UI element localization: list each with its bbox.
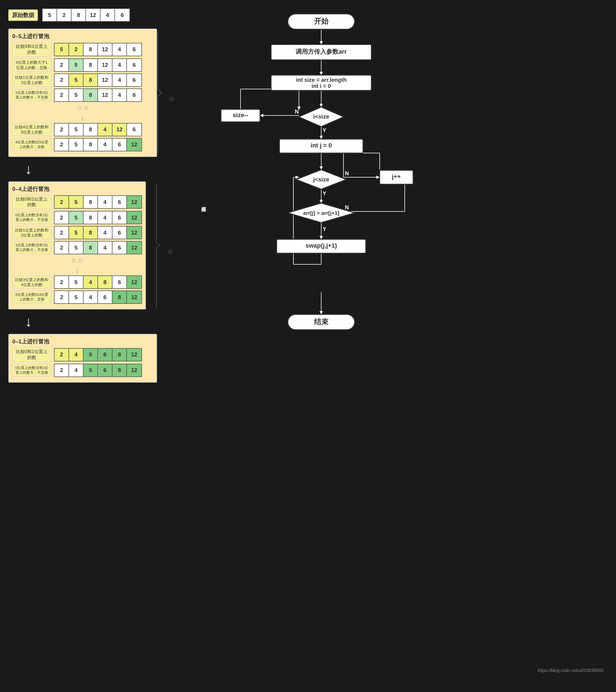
step-row: 0位置上的数没有1位置上的数大，不交换 2 5 8 4 6 12 (12, 211, 142, 224)
section-0-5: 0–5上进行冒泡 比较0和1位置上的数 5 2 8 12 4 6 0位置上的数 (8, 29, 157, 157)
svg-marker-41 (320, 311, 323, 315)
cell: 2 (55, 291, 69, 303)
cell: 5 (69, 196, 84, 208)
section-0-5-wrapper: 0–5上进行冒泡 比较0和1位置上的数 5 2 8 12 4 6 0位置上的数 (8, 29, 157, 157)
step-label: 0位置上的数没有1位置上的数大，不交换 (12, 364, 51, 376)
cell: 8 (84, 196, 98, 208)
cell: 2 (55, 74, 69, 86)
main-container: 原始数据 5 2 8 12 4 6 0–5上进行冒泡 比较0和1位置上的数 5 … (0, 0, 616, 686)
step-row: 比较1位置上的数和2位置上的数 2 5 8 4 6 12 (12, 226, 142, 239)
cell-2: 8 (71, 9, 86, 21)
cell: 8 (84, 89, 98, 101)
cell: 8 (84, 74, 98, 86)
cell: 4 (84, 276, 98, 288)
step-label: 0位置上的数没有1位置上的数大，不交换 (12, 212, 51, 224)
svg-text:调用方传入参数arr: 调用方传入参数arr (296, 48, 347, 55)
step-label: 比较1位置上的数和2位置上的数 (12, 226, 51, 239)
cell: 6 (112, 276, 127, 288)
section-arrow: ↓ (25, 161, 157, 177)
cell: 12 (127, 276, 142, 288)
section-0-1-title: 0–1上进行冒泡 (12, 338, 153, 345)
original-label: 原始数据 (8, 9, 38, 21)
cell: 6 (112, 226, 127, 239)
step-label: 比较0和1位置上的数 (12, 195, 51, 210)
cell-1: 2 (57, 9, 71, 21)
cell: 12 (127, 196, 142, 208)
section-0-1: 0–1上进行冒泡 比较0和1位置上的数 2 4 5 6 8 12 0位置上的数没… (8, 334, 157, 383)
cell: 5 (69, 138, 84, 151)
svg-text:N: N (345, 204, 349, 210)
cell: 8 (84, 226, 98, 239)
svg-marker-22 (376, 176, 380, 179)
cell: 2 (55, 196, 69, 208)
step-row: 1位置上的数没有2位置上的数大，不交换 2 5 8 12 4 6 (12, 88, 153, 102)
flowchart-svg: Y N Y N (196, 8, 446, 676)
cell: 2 (69, 43, 84, 56)
svg-text:swap(j,j+1): swap(j,j+1) (305, 242, 337, 249)
cell: 6 (127, 59, 142, 71)
cell: 4 (112, 59, 127, 71)
cell: 5 (69, 212, 84, 224)
cell: 4 (98, 138, 112, 151)
ellipsis-arrow2: ↓ (12, 113, 153, 122)
array: 2 5 8 4 6 12 (54, 195, 142, 209)
cell: 2 (55, 349, 69, 361)
step-label: 1位置上的数没有2位置上的数大，不交换 (12, 89, 51, 101)
cell: 8 (112, 291, 127, 303)
cell: 6 (98, 364, 112, 376)
bottom-arrow: ↓ (25, 313, 157, 330)
step-row: 比较4位置上的数和5位置上的数 2 5 8 4 12 6 (12, 123, 153, 136)
step-label: 比较1位置上的数和2位置上的数 (12, 73, 51, 86)
svg-text:Y: Y (323, 127, 326, 133)
array: 5 2 8 12 4 6 (54, 43, 142, 56)
array: 2 5 8 4 6 12 (54, 226, 142, 239)
cell-5: 6 (115, 9, 129, 21)
cell: 5 (69, 124, 84, 136)
cell: 5 (69, 226, 84, 239)
cell: 2 (55, 59, 69, 71)
svg-marker-5 (320, 104, 323, 107)
step-label: 比较3位置上的数和4位置上的数 (12, 276, 51, 288)
cell: 6 (127, 89, 142, 101)
cell: 12 (127, 226, 142, 239)
step-row: 0位置上的数没有1位置上的数大，不交换 2 4 5 6 8 12 (12, 364, 153, 377)
right-panel: Y N Y N (196, 8, 608, 677)
cell: 5 (69, 59, 84, 71)
cell: 2 (55, 124, 69, 136)
cell: 6 (127, 124, 142, 136)
svg-marker-19 (320, 200, 323, 203)
cell: 4 (69, 364, 84, 376)
svg-text:Y: Y (323, 190, 326, 196)
svg-text:j<size: j<size (313, 176, 329, 182)
cell: 12 (98, 89, 112, 101)
cell: 6 (127, 43, 142, 56)
cell: 12 (127, 349, 142, 361)
svg-marker-1 (320, 41, 323, 44)
step-row: 0位置上的数大于1位置上的数，交换 2 5 8 12 4 6 (12, 59, 153, 72)
cell: 5 (69, 74, 84, 86)
cell: 2 (55, 89, 69, 101)
step-label: 比较4位置上的数和5位置上的数 (12, 123, 51, 136)
array: 2 5 8 4 6 12 (54, 211, 142, 224)
cell: 8 (84, 241, 98, 254)
cell: 8 (84, 138, 98, 151)
svg-marker-3 (320, 72, 323, 75)
cell: 12 (98, 43, 112, 56)
svg-text:i<size: i<size (313, 113, 329, 120)
svg-marker-17 (320, 166, 323, 170)
svg-text:int j = 0: int j = 0 (311, 142, 332, 149)
cell: 12 (127, 291, 142, 303)
cell: 2 (55, 364, 69, 376)
cell: 4 (84, 291, 98, 303)
svg-text:int size = arr.length: int size = arr.length (296, 77, 346, 83)
cell-4: 4 (101, 9, 115, 21)
step-label: 1位置上的数没有2位置上的数大，不交换 (12, 241, 51, 254)
cell: 8 (112, 364, 127, 376)
array: 2 5 8 4 6 12 (54, 241, 142, 254)
svg-marker-25 (320, 236, 323, 239)
cell-3: 12 (86, 9, 101, 21)
cell: 6 (112, 241, 127, 254)
cell: 6 (112, 138, 127, 151)
cell: 4 (69, 349, 84, 361)
original-array: 5 2 8 12 4 6 (42, 8, 130, 22)
